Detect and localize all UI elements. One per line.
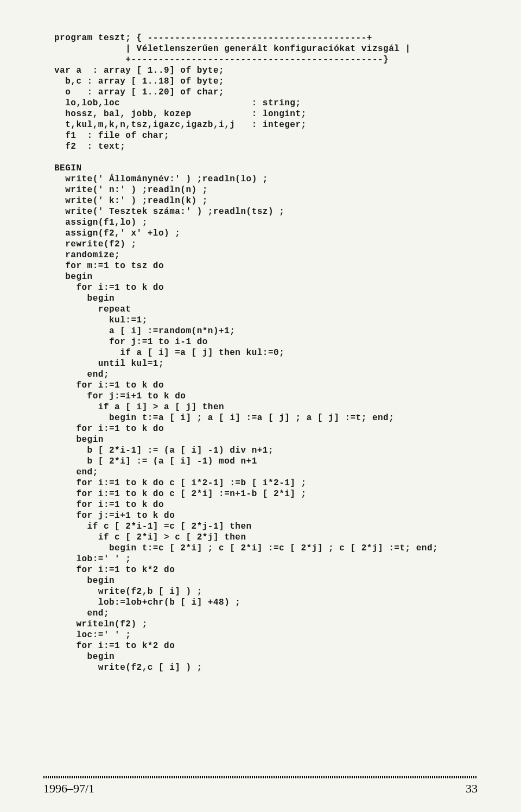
issue-label: 1996–97/1 xyxy=(43,782,94,796)
page-footer: 1996–97/1 33 xyxy=(43,776,478,796)
footer-separator xyxy=(43,776,478,778)
code-listing: program teszt; { -----------------------… xyxy=(54,33,478,673)
page-number: 33 xyxy=(466,782,478,796)
